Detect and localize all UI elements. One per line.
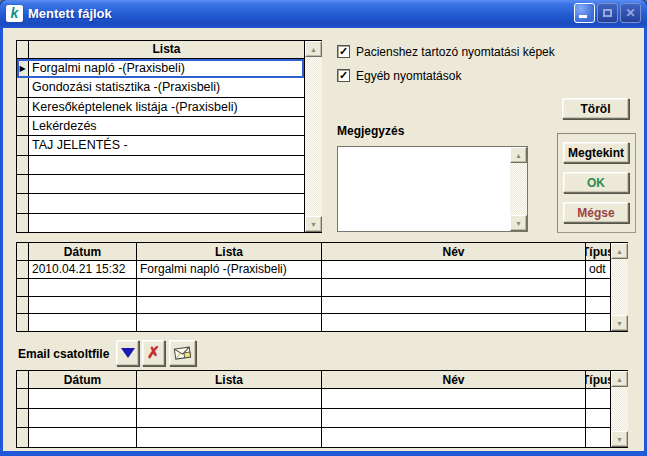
table-cell	[322, 261, 586, 278]
list-row	[17, 194, 304, 213]
check-icon: ✓	[339, 46, 348, 57]
dialog-content: Lista ▶Forgalmi napló -(Praxisbeli)Gondo…	[3, 28, 644, 451]
scroll-down-icon: ▼	[310, 221, 317, 228]
scroll-up-button[interactable]: ▲	[611, 371, 628, 387]
row-selector-cell	[17, 117, 29, 135]
email-attachment-label: Email csatoltfile	[18, 347, 109, 361]
attachment-send-mail-button[interactable]	[169, 340, 196, 366]
table-cell	[29, 297, 137, 314]
red-x-icon: ✗	[147, 345, 160, 361]
list-item-label	[29, 156, 304, 174]
table-cell	[29, 314, 137, 331]
row-selector-cell	[17, 175, 29, 193]
table-header: Dátum Lista Név Típus	[17, 243, 610, 261]
table-rows	[17, 389, 610, 447]
table-scrollbar[interactable]: ▲ ▼	[611, 243, 628, 331]
table-row	[17, 409, 610, 429]
scroll-down-icon: ▼	[616, 436, 623, 443]
scroll-up-icon: ▲	[515, 152, 522, 159]
patient-print-images-checkbox-row: ✓ Pacienshez tartozó nyomtatási képek	[337, 44, 555, 59]
row-selector-cell	[17, 194, 29, 212]
table-cell	[322, 389, 586, 408]
saved-lists-listbox: Lista ▶Forgalmi napló -(Praxisbeli)Gondo…	[16, 40, 322, 233]
table-scrollbar[interactable]: ▲ ▼	[611, 371, 628, 447]
email-attachments-table: Dátum Lista Név Típus ▲ ▼	[16, 370, 628, 448]
table-rows: 2010.04.21 15:32Forgalmi napló -(Praxisb…	[17, 261, 610, 331]
row-selector-cell	[17, 409, 29, 428]
table-cell: 2010.04.21 15:32	[29, 261, 137, 278]
minimize-button[interactable]	[574, 3, 595, 23]
comment-label: Megjegyzés	[337, 124, 404, 138]
app-icon[interactable]: k	[6, 5, 23, 22]
ok-button[interactable]: OK	[563, 172, 629, 193]
close-icon: ✕	[625, 7, 635, 19]
table-row	[17, 389, 610, 409]
list-row[interactable]: Keresőképtelenek listája -(Praxisbeli)	[17, 98, 304, 117]
comment-textarea[interactable]: ▲ ▼	[337, 146, 528, 232]
patient-print-images-checkbox[interactable]: ✓	[337, 45, 350, 58]
scroll-down-button[interactable]: ▼	[510, 215, 527, 231]
title-bar[interactable]: k Mentett fájlok ✕	[0, 0, 647, 28]
column-header-lista: Lista	[137, 371, 322, 388]
scroll-up-icon: ▲	[616, 248, 623, 255]
other-prints-checkbox[interactable]: ✓	[337, 69, 350, 82]
scroll-down-button[interactable]: ▼	[305, 216, 322, 232]
other-prints-label: Egyéb nyomtatások	[356, 69, 461, 83]
row-selector-cell	[17, 98, 29, 116]
list-row	[17, 156, 304, 175]
column-header-datum: Dátum	[29, 243, 137, 260]
row-selector-cell	[17, 428, 29, 447]
table-cell	[586, 314, 610, 331]
list-header: Lista	[17, 41, 304, 59]
attachment-down-button[interactable]	[116, 340, 139, 366]
list-row[interactable]: Gondozási statisztika -(Praxisbeli)	[17, 78, 304, 97]
list-row[interactable]: Lekérdezés	[17, 117, 304, 136]
list-row[interactable]: TAJ JELENTÉS -	[17, 136, 304, 155]
attachment-delete-button[interactable]: ✗	[142, 340, 165, 366]
scroll-up-button[interactable]: ▲	[611, 243, 628, 259]
table-cell	[29, 279, 137, 296]
table-cell	[586, 279, 610, 296]
view-button[interactable]: Megtekint	[563, 142, 629, 163]
row-selector-cell	[17, 261, 29, 278]
delete-button[interactable]: Töröl	[562, 98, 629, 119]
dialog-window: k Mentett fájlok ✕ Lista ▶Forgalmi napló…	[0, 0, 647, 456]
table-cell	[322, 297, 586, 314]
table-cell	[322, 409, 586, 428]
table-cell	[29, 428, 137, 447]
table-header: Dátum Lista Név Típus	[17, 371, 610, 389]
scroll-down-button[interactable]: ▼	[611, 315, 628, 331]
row-selector-arrow-icon: ▶	[17, 59, 29, 77]
table-cell	[322, 314, 586, 331]
row-selector-header-cell	[17, 243, 29, 260]
cancel-button[interactable]: Mégse	[563, 202, 629, 223]
scroll-up-icon: ▲	[616, 376, 623, 383]
table-row[interactable]: 2010.04.21 15:32Forgalmi napló -(Praxisb…	[17, 261, 610, 279]
list-scrollbar[interactable]: ▲ ▼	[305, 41, 322, 232]
other-prints-checkbox-row: ✓ Egyéb nyomtatások	[337, 68, 461, 83]
list-row[interactable]: ▶Forgalmi napló -(Praxisbeli)	[17, 59, 304, 78]
list-header-label: Lista	[29, 41, 304, 58]
list-item-label	[29, 214, 304, 232]
patient-print-images-label: Pacienshez tartozó nyomtatási képek	[356, 45, 555, 59]
maximize-button[interactable]	[597, 3, 618, 23]
scroll-up-button[interactable]: ▲	[305, 41, 322, 57]
list-item-label: Keresőképtelenek listája -(Praxisbeli)	[29, 98, 304, 116]
list-item-label	[29, 194, 304, 212]
table-row	[17, 279, 610, 297]
scroll-up-icon: ▲	[310, 46, 317, 53]
table-row	[17, 297, 610, 315]
table-row	[17, 428, 610, 447]
scroll-up-button[interactable]: ▲	[510, 147, 527, 163]
column-header-tipus: Típus	[586, 371, 610, 388]
row-selector-header-cell	[17, 371, 29, 388]
comment-scrollbar[interactable]: ▲ ▼	[510, 147, 527, 231]
column-header-nev: Név	[322, 371, 586, 388]
list-item-label: Gondozási statisztika -(Praxisbeli)	[29, 78, 304, 96]
scroll-down-button[interactable]: ▼	[611, 431, 628, 447]
saved-files-table: Dátum Lista Név Típus 2010.04.21 15:32Fo…	[16, 242, 628, 332]
close-button[interactable]: ✕	[620, 3, 641, 23]
column-header-tipus: Típus	[586, 243, 610, 260]
table-cell	[586, 389, 610, 408]
row-selector-header-cell	[17, 41, 29, 58]
